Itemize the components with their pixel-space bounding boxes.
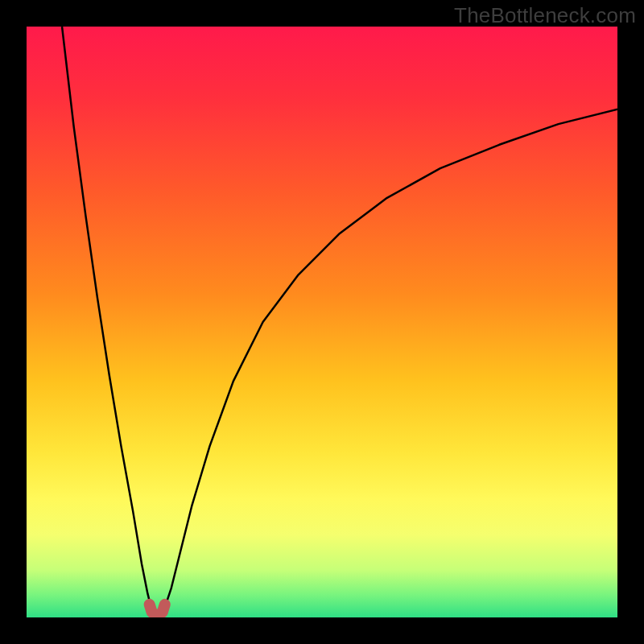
- plot-area: [27, 27, 617, 617]
- gradient-background: [27, 27, 617, 617]
- chart-frame: TheBottleneck.com: [0, 0, 644, 644]
- plot-svg: [27, 27, 617, 617]
- watermark-text: TheBottleneck.com: [454, 3, 636, 28]
